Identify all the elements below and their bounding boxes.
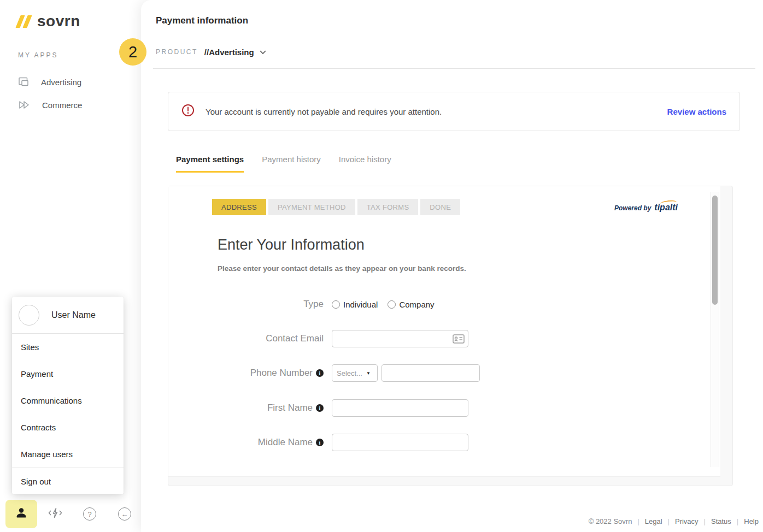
step-tab-address[interactable]: ADDRESS	[212, 199, 266, 215]
radio-individual-label: Individual	[343, 300, 378, 309]
tipalti-swoosh-icon	[660, 199, 677, 206]
user-name: User Name	[51, 310, 96, 320]
footer-divider: |	[737, 517, 738, 525]
iframe-scrollbar-track[interactable]	[711, 192, 719, 467]
middle-name-input[interactable]	[332, 434, 468, 451]
sidebar-bottom-bar: ? ←	[0, 500, 141, 532]
phone-number-input[interactable]	[382, 364, 480, 382]
advertising-icon	[18, 76, 30, 88]
header-divider	[153, 68, 755, 69]
middle-name-label: Middle Name	[258, 437, 313, 448]
user-icon	[14, 506, 28, 522]
menu-item-sign-out[interactable]: Sign out	[12, 468, 124, 494]
footer-link-status[interactable]: Status	[711, 517, 731, 525]
review-actions-link[interactable]: Review actions	[667, 107, 726, 116]
tipalti-logo: tipalti	[654, 203, 678, 212]
product-row: PRODUCT //Advertising	[156, 47, 266, 57]
step-tab-done[interactable]: DONE	[420, 199, 460, 215]
form-subheading: Please enter your contact details as the…	[218, 264, 466, 273]
alert-banner: Your account is currently not payable an…	[168, 92, 740, 131]
iframe-scrollbar-thumb[interactable]	[712, 196, 718, 305]
main-panel: Payment information PRODUCT //Advertisin…	[141, 0, 763, 532]
tab-bar: Payment settings Payment history Invoice…	[176, 155, 391, 173]
sidebar-item-commerce[interactable]: Commerce	[18, 99, 82, 111]
avatar	[19, 305, 39, 326]
form-heading: Enter Your Information	[218, 237, 365, 253]
collapse-sidebar-button[interactable]: ←	[118, 507, 132, 521]
radio-individual[interactable]: Individual	[332, 300, 378, 309]
menu-item-payment[interactable]: Payment	[12, 360, 124, 387]
info-icon: i	[316, 369, 324, 377]
powered-by-tipalti: Powered by tipalti	[614, 203, 678, 212]
page-title: Payment information	[156, 15, 248, 26]
menu-item-manage-users[interactable]: Manage users	[12, 441, 124, 468]
step-tab-tax-forms[interactable]: TAX FORMS	[357, 199, 419, 215]
sovrn-logo[interactable]: sovrn	[18, 14, 80, 28]
phone-number-label: Phone Number	[250, 368, 313, 379]
annotation-badge: 2	[119, 38, 146, 66]
footer-link-privacy[interactable]: Privacy	[675, 517, 699, 525]
footer-link-legal[interactable]: Legal	[645, 517, 662, 525]
radio-circle-icon	[388, 300, 396, 309]
footer-link-help[interactable]: Help	[744, 517, 759, 525]
tab-payment-history[interactable]: Payment history	[262, 155, 321, 173]
footer-copyright: © 2022 Sovrn	[589, 517, 632, 525]
radio-company-label: Company	[399, 300, 434, 309]
tipalti-step-bar: ADDRESS PAYMENT METHOD TAX FORMS DONE	[212, 199, 460, 215]
commerce-icon	[18, 99, 31, 111]
phone-select-value: Select...	[337, 369, 362, 377]
code-bolt-icon	[48, 506, 63, 522]
info-icon: i	[316, 439, 324, 446]
form-row-phone: Phone Number i Select... ▼	[203, 364, 480, 382]
user-menu-header: User Name	[12, 297, 124, 334]
form-row-first-name: First Name i	[203, 399, 468, 417]
footer-divider: |	[637, 517, 639, 525]
page-footer: © 2022 Sovrn | Legal | Privacy | Status …	[589, 517, 759, 525]
sovrn-slashes-icon	[18, 15, 30, 28]
product-value: //Advertising	[204, 48, 254, 57]
account-button[interactable]	[5, 500, 37, 528]
contact-email-label: Contact Email	[266, 333, 324, 344]
footer-divider: |	[668, 517, 670, 525]
alert-icon	[181, 104, 195, 119]
tab-payment-settings[interactable]: Payment settings	[176, 155, 244, 173]
product-label: PRODUCT	[156, 48, 198, 56]
tab-invoice-history[interactable]: Invoice history	[339, 155, 391, 173]
sidebar-item-label: Advertising	[41, 78, 81, 87]
product-dropdown[interactable]: //Advertising	[204, 47, 266, 57]
my-apps-label: MY APPS	[18, 51, 58, 59]
tipalti-iframe: ADDRESS PAYMENT METHOD TAX FORMS DONE Po…	[168, 186, 720, 477]
form-row-middle-name: Middle Name i	[203, 434, 468, 451]
form-row-contact-email: Contact Email	[203, 330, 468, 347]
first-name-input[interactable]	[332, 399, 468, 417]
sidebar: sovrn MY APPS Advertising Commerce	[0, 0, 141, 532]
developer-tools-button[interactable]	[48, 507, 62, 521]
sidebar-item-advertising[interactable]: Advertising	[18, 76, 81, 88]
step-tab-payment-method[interactable]: PAYMENT METHOD	[268, 199, 355, 215]
contact-card-icon[interactable]	[453, 334, 465, 344]
first-name-label: First Name	[267, 403, 313, 413]
chevron-down-icon	[260, 47, 266, 57]
contact-email-input[interactable]	[332, 330, 468, 347]
info-icon: i	[316, 404, 324, 412]
footer-divider: |	[704, 517, 706, 525]
alert-message: Your account is currently not payable an…	[206, 107, 442, 116]
phone-country-select[interactable]: Select... ▼	[332, 364, 378, 382]
app-window: sovrn MY APPS Advertising Commerce	[0, 0, 763, 532]
type-label: Type	[303, 299, 324, 310]
powered-by-text: Powered by	[614, 204, 651, 212]
help-button[interactable]: ?	[83, 507, 97, 521]
help-icon: ?	[83, 507, 96, 521]
user-menu-popup: User Name Sites Payment Communications C…	[12, 297, 124, 494]
sidebar-item-label: Commerce	[42, 101, 82, 110]
form-row-type: Type Individual Company	[203, 295, 444, 313]
radio-company[interactable]: Company	[388, 300, 434, 309]
select-caret-icon: ▼	[366, 371, 371, 376]
menu-item-communications[interactable]: Communications	[12, 387, 124, 414]
radio-circle-icon	[332, 300, 340, 309]
logo-text: sovrn	[37, 14, 80, 28]
menu-item-contracts[interactable]: Contracts	[12, 414, 124, 441]
menu-item-sites[interactable]: Sites	[12, 334, 124, 360]
collapse-arrow-icon: ←	[118, 507, 131, 521]
